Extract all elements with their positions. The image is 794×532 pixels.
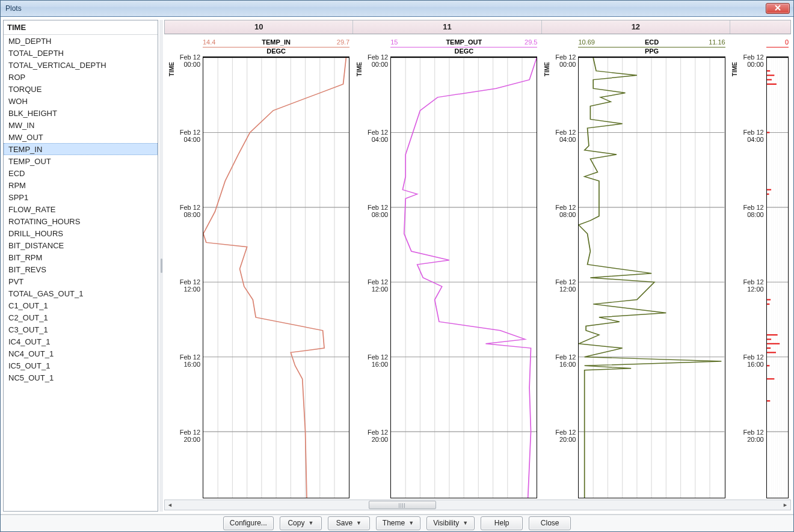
sidebar-item-mw_in[interactable]: MW_IN	[4, 119, 158, 131]
save-button[interactable]: Save▼	[328, 516, 370, 530]
configure-button[interactable]: Configure...	[223, 516, 274, 530]
time-tick: Feb 1212:00	[743, 278, 763, 293]
track-header[interactable]: 10	[165, 20, 353, 34]
sidebar-item-mw_out[interactable]: MW_OUT	[4, 131, 158, 143]
sidebar-item-ecd[interactable]: ECD	[4, 167, 158, 179]
time-tick: Feb 1204:00	[180, 129, 200, 143]
track-legend: 15TEMP_OUT29.5	[390, 37, 537, 47]
time-tick: Feb 1220:00	[743, 429, 763, 443]
plots-window: Plots TIME MD_DEPTHTOTAL_DEPTHTOTAL_VERT…	[0, 0, 794, 532]
time-tick: Feb 1208:00	[180, 204, 200, 218]
sidebar-item-total_vertical_depth[interactable]: TOTAL_VERTICAL_DEPTH	[4, 59, 158, 71]
plot-track: 10.69ECD11.16PPGTIMEFeb 1200:00Feb 1204:…	[540, 37, 727, 498]
legend-max: 11.16	[697, 38, 725, 46]
time-axis-label: TIME	[167, 57, 176, 498]
plot-track: 0TIMEFeb 1200:00Feb 1204:00Feb 1208:00Fe…	[728, 37, 791, 498]
sidebar-item-ic4_out_1[interactable]: IC4_OUT_1	[4, 335, 158, 347]
vertical-splitter[interactable]	[159, 20, 163, 512]
time-tick: Feb 1216:00	[180, 353, 200, 368]
sidebar-item-rotating_hours[interactable]: ROTATING_HOURS	[4, 215, 158, 227]
time-tick: Feb 1208:00	[743, 204, 763, 218]
legend-max: 0	[777, 38, 789, 46]
track-header[interactable]: 11	[353, 20, 541, 34]
chevron-down-icon: ▼	[463, 517, 468, 530]
titlebar: Plots	[1, 1, 793, 17]
sidebar-item-rop[interactable]: ROP	[4, 71, 158, 83]
window-close-button[interactable]	[766, 3, 790, 14]
sidebar-item-temp_in[interactable]: TEMP_IN	[4, 143, 158, 155]
time-tick: Feb 1200:00	[555, 54, 576, 68]
sidebar-item-bit_revs[interactable]: BIT_REVS	[4, 263, 158, 275]
bottom-toolbar: Configure... Copy▼ Save▼ Theme▼ Visibili…	[1, 515, 793, 531]
legend-min: 15	[390, 38, 419, 46]
sidebar-item-pvt[interactable]: PVT	[4, 275, 158, 287]
sidebar-item-woh[interactable]: WOH	[4, 95, 158, 107]
legend-min: 10.69	[578, 38, 607, 46]
chart-canvas[interactable]	[766, 57, 789, 498]
chevron-down-icon: ▼	[408, 517, 414, 530]
legend-name: ECD	[607, 38, 696, 46]
time-tick: Feb 1208:00	[368, 204, 388, 218]
track-legend: 10.69ECD11.16	[578, 37, 725, 47]
track-unit: PPG	[578, 47, 725, 57]
scroll-left-arrow-icon[interactable]: ◄	[165, 500, 175, 510]
sidebar-item-c2_out_1[interactable]: C2_OUT_1	[4, 311, 158, 323]
sidebar-item-spp1[interactable]: SPP1	[4, 191, 158, 203]
time-tick: Feb 1212:00	[555, 278, 576, 293]
close-icon	[774, 5, 781, 11]
track-unit: DEGC	[203, 47, 349, 57]
plot-track: 14.4TEMP_IN29.7DEGCTIMEFeb 1200:00Feb 12…	[164, 37, 352, 498]
visibility-button[interactable]: Visibility▼	[426, 516, 475, 530]
sidebar-item-total_depth[interactable]: TOTAL_DEPTH	[4, 47, 158, 59]
window-title: Plots	[5, 1, 766, 17]
scrollbar-thumb[interactable]	[369, 501, 436, 509]
chart-canvas[interactable]	[578, 57, 725, 498]
time-tick: Feb 1204:00	[368, 129, 388, 143]
legend-name: TEMP_OUT	[419, 38, 508, 46]
sidebar-item-total_gas_out_1[interactable]: TOTAL_GAS_OUT_1	[4, 287, 158, 299]
curve-list[interactable]: MD_DEPTHTOTAL_DEPTHTOTAL_VERTICAL_DEPTHR…	[4, 35, 158, 511]
close-button[interactable]: Close	[529, 516, 571, 530]
sidebar-item-c3_out_1[interactable]: C3_OUT_1	[4, 323, 158, 335]
sidebar-item-nc5_out_1[interactable]: NC5_OUT_1	[4, 371, 158, 384]
time-tick: Feb 1220:00	[555, 429, 576, 443]
chart-canvas[interactable]	[390, 57, 537, 498]
sidebar-item-bit_rpm[interactable]: BIT_RPM	[4, 251, 158, 263]
time-axis-ticks: Feb 1200:00Feb 1204:00Feb 1208:00Feb 121…	[552, 57, 578, 498]
time-tick: Feb 1216:00	[743, 353, 763, 368]
time-tick: Feb 1208:00	[555, 204, 576, 218]
time-axis-ticks: Feb 1200:00Feb 1204:00Feb 1208:00Feb 121…	[176, 57, 203, 498]
legend-min: 14.4	[203, 38, 232, 46]
theme-button[interactable]: Theme▼	[376, 516, 420, 530]
sidebar-item-c1_out_1[interactable]: C1_OUT_1	[4, 299, 158, 311]
sidebar-item-temp_out[interactable]: TEMP_OUT	[4, 155, 158, 167]
chevron-down-icon: ▼	[356, 517, 362, 530]
sidebar-item-bit_distance[interactable]: BIT_DISTANCE	[4, 239, 158, 251]
time-tick: Feb 1220:00	[180, 429, 200, 443]
sidebar-item-md_depth[interactable]: MD_DEPTH	[4, 35, 158, 47]
help-button[interactable]: Help	[481, 516, 523, 530]
tracks-container: 14.4TEMP_IN29.7DEGCTIMEFeb 1200:00Feb 12…	[164, 34, 791, 500]
plot-area: 101112 14.4TEMP_IN29.7DEGCTIMEFeb 1200:0…	[164, 20, 791, 512]
time-tick: Feb 1216:00	[555, 353, 576, 368]
sidebar-item-rpm[interactable]: RPM	[4, 179, 158, 191]
time-axis-ticks: Feb 1200:00Feb 1204:00Feb 1208:00Feb 121…	[740, 57, 766, 498]
sidebar-item-drill_hours[interactable]: DRILL_HOURS	[4, 227, 158, 239]
chart-canvas[interactable]	[203, 57, 349, 498]
sidebar-item-flow_rate[interactable]: FLOW_RATE	[4, 203, 158, 215]
sidebar-item-nc4_out_1[interactable]: NC4_OUT_1	[4, 347, 158, 359]
copy-button[interactable]: Copy▼	[280, 516, 322, 530]
track-legend: 0	[766, 37, 789, 47]
time-axis-ticks: Feb 1200:00Feb 1204:00Feb 1208:00Feb 121…	[364, 57, 390, 498]
track-header[interactable]	[730, 20, 790, 34]
track-header[interactable]: 12	[542, 20, 730, 34]
sidebar-item-ic5_out_1[interactable]: IC5_OUT_1	[4, 359, 158, 371]
time-tick: Feb 1212:00	[180, 278, 200, 293]
time-tick: Feb 1220:00	[368, 429, 388, 443]
horizontal-scrollbar[interactable]: ◄ ►	[164, 500, 791, 510]
scroll-right-arrow-icon[interactable]: ►	[780, 500, 790, 510]
time-axis-label: TIME	[730, 57, 740, 498]
sidebar-item-blk_height[interactable]: BLK_HEIGHT	[4, 107, 158, 119]
sidebar-item-torque[interactable]: TORQUE	[4, 83, 158, 95]
time-tick: Feb 1212:00	[368, 278, 388, 293]
